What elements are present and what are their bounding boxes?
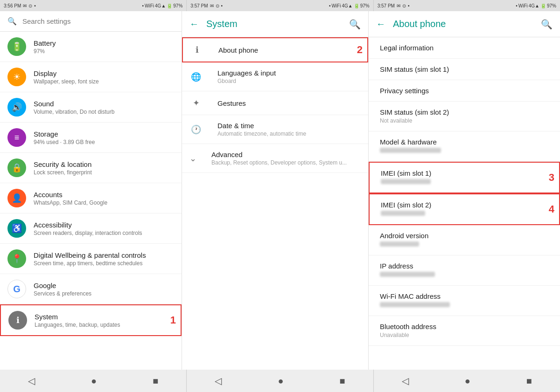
settings-subtitle-0: 97%	[34, 48, 174, 55]
about-item-7[interactable]: Android version	[369, 225, 560, 255]
wifi-icon-3: WiFi	[518, 3, 528, 8]
settings-title-8: Google	[34, 282, 174, 289]
settings-item-accessibility[interactable]: ♿AccessibilityScreen readers, display, i…	[0, 213, 182, 244]
about-header: ← About phone 🔍	[369, 11, 560, 37]
system-menu-text-0: About phone	[218, 46, 360, 54]
about-item-5[interactable]: IMEI (sim slot 1)3	[369, 162, 560, 193]
time-1: 3:56 PM	[4, 3, 21, 8]
about-menu-list: Legal informationSIM status (sim slot 1)…	[369, 37, 560, 370]
search-bar[interactable]: 🔍	[0, 11, 182, 32]
search-icon: 🔍	[7, 17, 17, 26]
settings-subtitle-9: Languages, time, backup, updates	[35, 322, 173, 328]
about-item-0[interactable]: Legal information	[369, 37, 560, 59]
settings-item-google[interactable]: GGoogleServices & preferences	[0, 274, 182, 304]
system-panel: ← System 🔍 ℹAbout phone2🌐Languages & inp…	[182, 11, 369, 370]
system-item-3[interactable]: 🕐Date & timeAutomatic timezone, automati…	[182, 115, 368, 144]
search-icon-system[interactable]: 🔍	[349, 19, 361, 30]
search-input[interactable]	[22, 17, 174, 25]
settings-panel: 🔍 🔋Battery97%☀DisplayWallpaper, sleep, f…	[0, 11, 182, 370]
settings-title-1: Display	[34, 69, 174, 77]
recent-button-3[interactable]: ■	[523, 372, 536, 390]
settings-item-accounts[interactable]: 👤AccountsWhatsApp, SIM Card, Google	[0, 183, 182, 213]
about-item-value-10: Unavailable	[380, 332, 409, 338]
time-3: 3:57 PM	[378, 3, 395, 8]
status-bar-3: 3:57 PM ✉ ⊙ • • WiFi 4G▲ 🔋 97%	[374, 0, 560, 11]
settings-item-battery[interactable]: 🔋Battery97%	[0, 32, 182, 62]
settings-text-3: Storage94% used · 3.89 GB free	[34, 130, 174, 145]
about-panel: ← About phone 🔍 Legal informationSIM sta…	[369, 11, 560, 370]
system-menu-icon-3: 🕐	[189, 124, 203, 135]
battery-icon-1: 🔋	[167, 3, 172, 8]
back-icon-system[interactable]: ←	[189, 19, 199, 29]
msg-icon-2: ✉	[210, 3, 214, 8]
settings-text-9: SystemLanguages, time, backup, updates	[35, 313, 173, 328]
system-item-1[interactable]: 🌐Languages & inputGboard	[182, 62, 368, 91]
about-item-9[interactable]: Wi-Fi MAC address	[369, 286, 560, 316]
system-item-0[interactable]: ℹAbout phone2	[182, 37, 368, 62]
settings-item-security-&-location[interactable]: 🔒Security & locationLock screen, fingerp…	[0, 153, 182, 183]
about-item-title-4: Model & hardware	[380, 138, 549, 146]
about-item-6[interactable]: IMEI (sim slot 2)4	[369, 193, 560, 225]
settings-subtitle-7: Screen time, app timers, bedtime schedul…	[34, 260, 174, 267]
settings-icon-9: ℹ	[8, 311, 27, 330]
about-item-blurred-7	[380, 241, 419, 247]
settings-subtitle-4: Lock screen, fingerprint	[34, 169, 174, 176]
settings-subtitle-5: WhatsApp, SIM Card, Google	[34, 199, 174, 206]
battery-icon-2: 🔋	[354, 3, 359, 8]
home-button-1[interactable]: ●	[87, 372, 100, 390]
about-item-3[interactable]: SIM status (sim slot 2)Not available	[369, 102, 560, 131]
about-item-title-5: IMEI (sim slot 1)	[381, 169, 548, 177]
settings-title-7: Digital Wellbeing & parental controls	[34, 251, 174, 259]
settings-icon-4: 🔒	[7, 158, 26, 177]
settings-icon-6: ♿	[7, 219, 26, 238]
main-content: 🔍 🔋Battery97%☀DisplayWallpaper, sleep, f…	[0, 11, 560, 370]
recent-button-1[interactable]: ■	[149, 372, 162, 390]
about-item-1[interactable]: SIM status (sim slot 1)	[369, 59, 560, 80]
settings-item-display[interactable]: ☀DisplayWallpaper, sleep, font size	[0, 62, 182, 92]
about-item-title-1: SIM status (sim slot 1)	[380, 65, 549, 73]
about-item-blurred-4	[380, 148, 441, 153]
settings-icon-3: ≡	[7, 128, 26, 147]
settings-icon-5: 👤	[7, 189, 26, 207]
search-icon-about[interactable]: 🔍	[541, 19, 553, 30]
about-badge-4: 4	[549, 203, 554, 215]
settings-title-4: Security & location	[34, 160, 174, 168]
signal-icon-2: 4G▲	[342, 3, 352, 8]
about-item-title-8: IP address	[380, 262, 549, 270]
dot-r3: •	[516, 3, 518, 8]
back-icon-about[interactable]: ←	[376, 19, 385, 29]
settings-title-9: System	[35, 313, 173, 321]
msg-icon-3: ✉	[397, 3, 400, 8]
home-button-3[interactable]: ●	[461, 372, 474, 390]
settings-text-8: GoogleServices & preferences	[34, 282, 174, 297]
back-button-3[interactable]: ◁	[398, 371, 413, 390]
settings-item-digital-wellbeing-&-parental-controls[interactable]: 📍Digital Wellbeing & parental controlsSc…	[0, 244, 182, 274]
back-button-2[interactable]: ◁	[211, 371, 225, 390]
home-button-2[interactable]: ●	[274, 372, 287, 390]
settings-title-5: Accounts	[34, 191, 174, 199]
about-item-2[interactable]: Privacy settings	[369, 80, 560, 102]
settings-item-storage[interactable]: ≡Storage94% used · 3.89 GB free	[0, 123, 182, 153]
settings-item-sound[interactable]: 🔊SoundVolume, vibration, Do not disturb	[0, 92, 182, 123]
badge-2: 2	[357, 44, 363, 56]
system-item-2[interactable]: ✦Gestures	[182, 91, 368, 115]
system-menu-text-3: Date & timeAutomatic timezone, automatic…	[217, 122, 361, 137]
about-item-4[interactable]: Model & hardware	[369, 131, 560, 162]
system-item-4[interactable]: ⌄AdvancedBackup, Reset options, Develope…	[182, 144, 368, 173]
about-item-title-10: Bluetooth address	[380, 323, 549, 330]
back-button-1[interactable]: ◁	[24, 371, 39, 390]
recent-button-2[interactable]: ■	[336, 372, 349, 390]
nav-bar-3: ◁ ● ■	[374, 370, 560, 392]
settings-icon-8: G	[7, 280, 26, 298]
dot-1: •	[34, 3, 36, 8]
about-item-blurred-5	[381, 179, 431, 184]
settings-item-system[interactable]: ℹSystemLanguages, time, backup, updates1	[0, 304, 182, 336]
system-title: System	[206, 19, 342, 29]
about-item-8[interactable]: IP address	[369, 255, 560, 286]
camera-icon-3: ⊙	[402, 3, 406, 8]
about-item-title-2: Privacy settings	[380, 87, 549, 95]
about-item-title-9: Wi-Fi MAC address	[380, 292, 549, 300]
system-menu-text-1: Languages & inputGboard	[217, 69, 361, 84]
nav-bars: ◁ ● ■ ◁ ● ■ ◁ ● ■	[0, 370, 560, 392]
about-item-10[interactable]: Bluetooth addressUnavailable	[369, 316, 560, 346]
